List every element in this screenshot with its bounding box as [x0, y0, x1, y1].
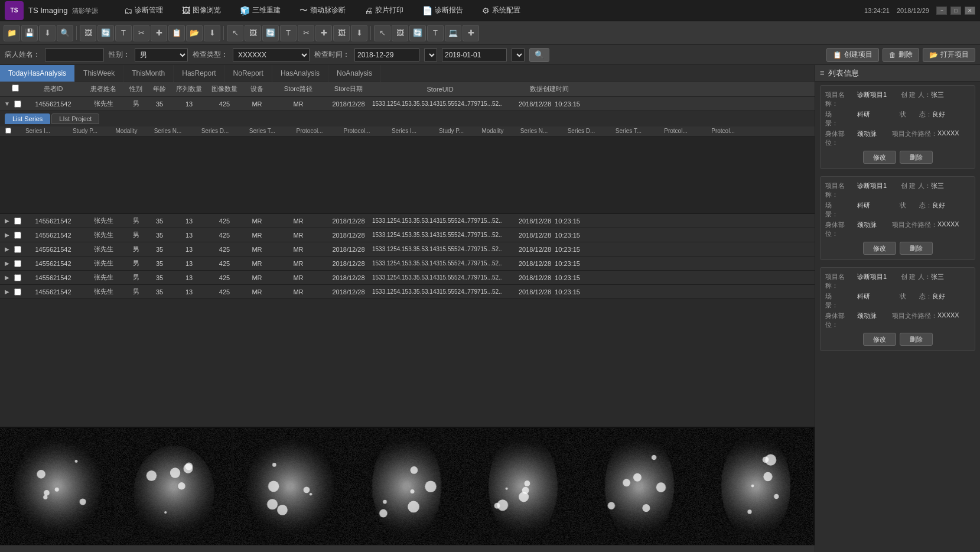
tool-cut[interactable]: ✂ — [133, 25, 149, 41]
edit-project-2-button[interactable]: 修改 — [863, 242, 896, 255]
nav-image-browse[interactable]: 🖼 图像浏览 — [172, 0, 230, 21]
expand-button[interactable]: ▶ — [2, 246, 12, 252]
tab-today-has-analysis[interactable]: TodayHasAnalysis — [0, 65, 75, 82]
edit-project-3-button[interactable]: 修改 — [863, 333, 896, 346]
tool-monitor[interactable]: 💻 — [445, 25, 461, 41]
thumbnail-1[interactable] — [0, 428, 116, 545]
tab-has-report[interactable]: HasReport — [174, 65, 224, 82]
table-row[interactable]: ▶ 1455621542 张先生 男 35 13 425 MR MR 2018/… — [0, 285, 815, 299]
table-row[interactable]: ▶ 1455621542 张先生 男 35 13 425 MR MR 2018/… — [0, 256, 815, 271]
nav-diagnosis-mgmt[interactable]: 🗂 诊断管理 — [115, 0, 172, 21]
date-to-input[interactable] — [442, 48, 507, 61]
tool-text3[interactable]: T — [427, 25, 444, 41]
delete-project-1-button[interactable]: 删除 — [900, 151, 933, 164]
delete-project-3-button[interactable]: 删除 — [900, 333, 933, 346]
tool-cross3[interactable]: ✚ — [463, 25, 479, 41]
protocol2-header: Protocol... — [333, 128, 380, 135]
tool-image2[interactable]: 🖼 — [245, 25, 261, 41]
edit-project-1-button[interactable]: 修改 — [863, 151, 896, 164]
tool-refresh[interactable]: 🔄 — [97, 25, 114, 41]
tool-cross2[interactable]: ✚ — [315, 25, 332, 41]
expand-button[interactable]: ▼ — [2, 100, 12, 107]
delete-button[interactable]: 🗑 删除 — [883, 48, 919, 62]
gender-select[interactable]: 男 女 全部 — [135, 48, 188, 61]
tool-text[interactable]: T — [115, 25, 132, 41]
cell-device: MR — [242, 232, 272, 239]
tool-cursor2[interactable]: ↖ — [374, 25, 390, 41]
table-row[interactable]: ▶ 1455621542 张先生 男 35 13 425 MR MR 2018/… — [0, 242, 815, 256]
nav-3d-recon[interactable]: 🧊 三维重建 — [230, 0, 290, 21]
date-from-input[interactable] — [354, 48, 419, 61]
tool-download3[interactable]: ⬇ — [351, 25, 367, 41]
exam-type-select[interactable]: XXXXXX — [233, 48, 310, 61]
select-all-checkbox[interactable] — [12, 85, 19, 92]
sub-tab-list-project[interactable]: LIst Project — [51, 113, 99, 124]
project-field-row-1: 场 景： 科研 状 态： 良好 — [825, 110, 970, 128]
thumbnail-3[interactable] — [233, 428, 349, 545]
patient-name-input[interactable] — [45, 48, 104, 61]
thumbnail-5[interactable] — [465, 428, 582, 545]
date-from-select[interactable] — [424, 48, 437, 61]
expand-button[interactable]: ▶ — [2, 232, 12, 238]
3d-recon-icon: 🧊 — [240, 6, 250, 15]
nav-sys-config[interactable]: ⚙ 系统配置 — [473, 0, 530, 21]
expand-button[interactable]: ▶ — [2, 260, 12, 267]
table-row[interactable]: ▶ 1455621542 张先生 男 35 13 425 MR MR 2018/… — [0, 271, 815, 285]
table-row[interactable]: ▶ 1455621542 张先生 男 35 13 425 MR MR 2018/… — [0, 214, 815, 228]
date-to-select[interactable] — [512, 48, 525, 61]
tool-save[interactable]: 💾 — [21, 25, 38, 41]
tool-folder[interactable]: 📁 — [4, 25, 20, 41]
tool-text2[interactable]: T — [280, 25, 297, 41]
row-checkbox[interactable] — [14, 217, 21, 225]
tool-image4[interactable]: 🖼 — [392, 25, 408, 41]
row-checkbox[interactable] — [14, 260, 21, 267]
tool-rotate2[interactable]: 🔄 — [409, 25, 426, 41]
status-label-1: 状 态： — [900, 110, 932, 128]
row-checkbox[interactable] — [14, 232, 21, 239]
tool-copy[interactable]: 📋 — [168, 25, 185, 41]
nav-carotid[interactable]: 〜 颈动脉诊断 — [290, 0, 355, 21]
delete-project-2-button[interactable]: 删除 — [900, 242, 933, 255]
expand-button[interactable]: ▶ — [2, 288, 12, 295]
tool-rotate[interactable]: 🔄 — [262, 25, 279, 41]
row-checkbox[interactable] — [14, 288, 21, 296]
thumbnail-7[interactable] — [698, 428, 815, 545]
create-project-button[interactable]: 📋 创建项目 — [826, 48, 879, 62]
thumbnail-6[interactable] — [582, 428, 698, 545]
horizontal-scrollbar[interactable] — [0, 545, 815, 552]
body-value-2: 颈动脉 — [857, 220, 890, 238]
row-checkbox[interactable] — [14, 274, 21, 281]
maximize-button[interactable]: □ — [950, 7, 961, 15]
tool-image3[interactable]: 🖼 — [333, 25, 350, 41]
tab-has-analysis[interactable]: HasAnalysis — [272, 65, 328, 82]
nav-diag-report[interactable]: 📄 诊断报告 — [413, 0, 473, 21]
tool-folder2[interactable]: 📂 — [186, 25, 203, 41]
table-row[interactable]: ▶ 1455621542 张先生 男 35 13 425 MR MR 2018/… — [0, 228, 815, 242]
tool-cut2[interactable]: ✂ — [298, 25, 314, 41]
expand-button[interactable]: ▶ — [2, 217, 12, 224]
minimize-button[interactable]: － — [936, 7, 947, 15]
cell-store-path: MR — [272, 274, 325, 281]
tool-cross[interactable]: ✚ — [151, 25, 167, 41]
search-button[interactable]: 🔍 — [529, 48, 549, 62]
expand-button[interactable]: ▶ — [2, 274, 12, 281]
tool-download[interactable]: ⬇ — [39, 25, 56, 41]
tool-search[interactable]: 🔍 — [57, 25, 73, 41]
close-button[interactable]: ✕ — [965, 7, 975, 15]
tool-image[interactable]: 🖼 — [80, 25, 96, 41]
tab-this-month[interactable]: ThisMonth — [123, 65, 174, 82]
open-project-button[interactable]: 📂 打开项目 — [923, 48, 975, 62]
tab-no-report[interactable]: NoReport — [225, 65, 272, 82]
tool-download2[interactable]: ⬇ — [204, 25, 220, 41]
tool-cursor[interactable]: ↖ — [227, 25, 243, 41]
series-select-all[interactable] — [5, 128, 11, 134]
nav-film-print[interactable]: 🖨 胶片打印 — [355, 0, 413, 21]
tab-this-week[interactable]: ThisWeek — [75, 65, 123, 82]
row-checkbox[interactable] — [14, 246, 21, 253]
sub-tab-list-series[interactable]: List Series — [5, 113, 50, 124]
thumbnail-4[interactable] — [349, 428, 465, 545]
table-row[interactable]: ▼ 1455621542 张先生 男 35 13 425 MR MR 2018/… — [0, 97, 815, 111]
thumbnail-2[interactable] — [116, 428, 233, 545]
row-checkbox[interactable] — [14, 100, 21, 108]
tab-no-analysis[interactable]: NoAnalysis — [328, 65, 381, 82]
